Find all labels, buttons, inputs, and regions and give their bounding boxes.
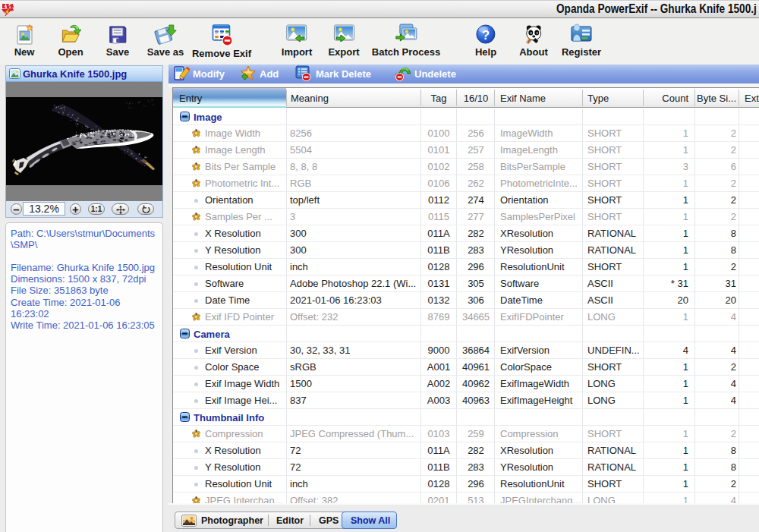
- svg-text:?: ?: [482, 28, 490, 42]
